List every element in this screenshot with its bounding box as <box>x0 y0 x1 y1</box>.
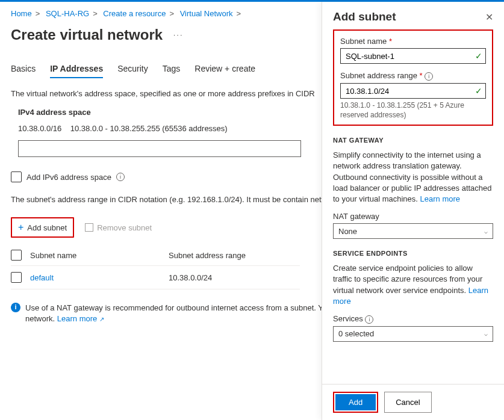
learn-more-link[interactable]: Learn more ↗ <box>57 314 104 323</box>
col-subnet-name: Subnet name <box>30 251 169 260</box>
breadcrumb-home[interactable]: Home <box>11 9 32 18</box>
page-title: Create virtual network <box>11 26 163 43</box>
more-menu[interactable]: ··· <box>173 30 184 39</box>
col-subnet-range: Subnet address range <box>169 251 246 260</box>
subnet-range-label: Subnet address range * i <box>340 71 486 81</box>
nat-learn-more-link[interactable]: Learn more <box>420 194 460 203</box>
ipv6-checkbox[interactable] <box>11 171 22 182</box>
tab-ip-addresses[interactable]: IP Addresses <box>50 60 103 78</box>
subnet-row-range: 10.38.0.0/24 <box>169 273 212 282</box>
subnet-form-highlight: Subnet name * ✓ Subnet address range * i… <box>333 29 493 126</box>
add-subnet-button[interactable]: + Add subnet <box>11 217 74 238</box>
table-row[interactable]: default 10.38.0.0/24 <box>11 266 300 289</box>
info-icon[interactable]: i <box>425 72 433 81</box>
info-icon[interactable]: i <box>365 315 373 324</box>
service-endpoints-heading: SERVICE ENDPOINTS <box>333 250 493 257</box>
services-select[interactable]: 0 selected ⌵ <box>333 326 493 342</box>
add-button[interactable]: Add <box>335 394 376 410</box>
info-blue-icon: i <box>11 303 20 312</box>
plus-icon: + <box>18 222 23 233</box>
subnet-table: Subnet name Subnet address range default… <box>11 245 300 289</box>
select-all-checkbox[interactable] <box>11 250 22 261</box>
subnet-row-name[interactable]: default <box>30 273 169 282</box>
subnet-name-label: Subnet name * <box>340 37 486 46</box>
panel-title: Add subnet <box>333 10 396 23</box>
info-icon[interactable]: i <box>116 173 125 181</box>
close-icon[interactable]: ✕ <box>485 11 493 23</box>
breadcrumb-vnet[interactable]: Virtual Network <box>180 9 233 18</box>
nat-gateway-text: Simplify connectivity to the internet us… <box>333 150 493 205</box>
nat-gateway-heading: NAT GATEWAY <box>333 137 493 144</box>
tab-review[interactable]: Review + create <box>194 60 255 78</box>
trash-icon <box>85 223 93 232</box>
tab-basics[interactable]: Basics <box>11 60 36 78</box>
nat-gateway-label: NAT gateway <box>333 212 493 221</box>
cancel-button[interactable]: Cancel <box>384 392 431 413</box>
tab-security[interactable]: Security <box>117 60 148 78</box>
check-icon: ✓ <box>475 86 482 96</box>
tab-tags[interactable]: Tags <box>163 60 181 78</box>
check-icon: ✓ <box>475 51 482 61</box>
service-endpoints-text: Create service endpoint policies to allo… <box>333 263 493 307</box>
add-subnet-panel: Add subnet ✕ Subnet name * ✓ Subnet addr… <box>322 2 504 420</box>
nat-gateway-select[interactable]: None ⌵ <box>333 223 493 239</box>
breadcrumb-rg[interactable]: SQL-HA-RG <box>46 9 89 18</box>
ipv4-new-input[interactable] <box>18 140 301 157</box>
subnet-range-hint: 10.38.1.0 - 10.38.1.255 (251 + 5 Azure r… <box>340 101 486 120</box>
subnet-range-input[interactable] <box>340 83 486 99</box>
services-label: Services i <box>333 314 493 324</box>
remove-subnet-button: Remove subnet <box>85 223 152 232</box>
ipv6-checkbox-label: Add IPv6 address space <box>26 173 111 182</box>
chevron-down-icon: ⌵ <box>484 330 488 337</box>
row-checkbox[interactable] <box>11 272 22 283</box>
subnet-name-input[interactable] <box>340 48 486 64</box>
chevron-down-icon: ⌵ <box>484 228 488 235</box>
breadcrumb-create[interactable]: Create a resource <box>103 9 166 18</box>
